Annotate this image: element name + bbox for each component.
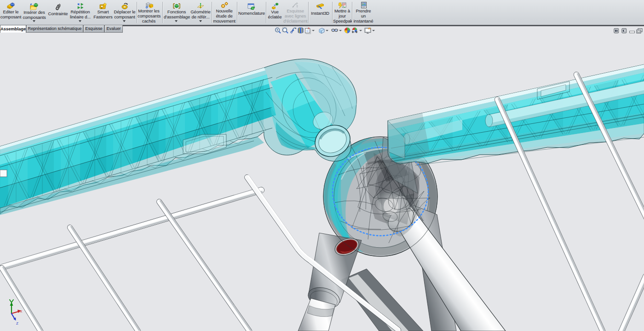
svg-text:Z: Z: [16, 321, 18, 325]
svg-text:X: X: [20, 309, 23, 314]
